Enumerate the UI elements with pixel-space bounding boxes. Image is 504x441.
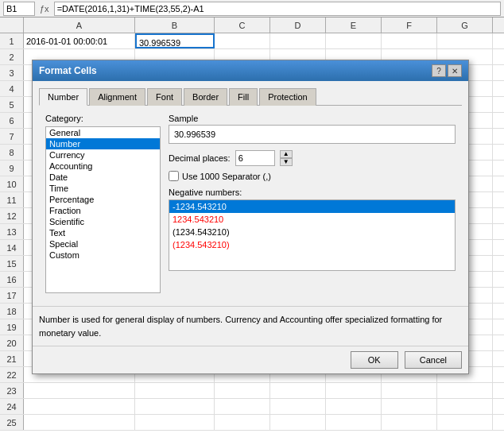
- cell-e1[interactable]: [326, 33, 382, 48]
- category-item-date[interactable]: Date: [46, 172, 160, 183]
- tab-alignment[interactable]: Alignment: [89, 88, 145, 106]
- category-item-number[interactable]: Number: [46, 138, 160, 149]
- col-header-g[interactable]: G: [437, 17, 493, 33]
- cell-a23[interactable]: [24, 383, 135, 398]
- dialog-close-button[interactable]: ✕: [448, 64, 462, 77]
- tab-bar: NumberAlignmentFontBorderFillProtection: [39, 87, 462, 106]
- cell-c1[interactable]: [215, 33, 270, 48]
- row-number: 13: [0, 224, 24, 239]
- tab-number[interactable]: Number: [39, 88, 87, 106]
- cell-e24[interactable]: [326, 399, 382, 414]
- sample-label: Sample: [169, 114, 456, 123]
- negative-option-2[interactable]: (1234.543210): [169, 226, 455, 238]
- category-item-percentage[interactable]: Percentage: [46, 194, 160, 205]
- table-row: 24: [0, 399, 504, 415]
- cell-f1[interactable]: [382, 33, 437, 48]
- negative-option-0[interactable]: -1234.543210: [169, 200, 455, 213]
- row-number: 5: [0, 97, 24, 112]
- tab-fill[interactable]: Fill: [229, 88, 258, 106]
- col-header-e[interactable]: E: [326, 17, 382, 33]
- category-item-custom[interactable]: Custom: [46, 250, 160, 261]
- cell-g25[interactable]: [437, 415, 493, 430]
- cell-c25[interactable]: [215, 415, 270, 430]
- category-item-general[interactable]: General: [46, 127, 160, 138]
- dialog-titlebar: Format Cells ? ✕: [33, 60, 468, 81]
- cell-a25[interactable]: [24, 415, 135, 430]
- col-header-b[interactable]: B: [135, 17, 215, 33]
- negative-option-3[interactable]: (1234.543210): [169, 238, 455, 251]
- cell-d24[interactable]: [270, 399, 326, 414]
- cancel-button[interactable]: Cancel: [405, 351, 462, 369]
- category-section: Category: GeneralNumberCurrencyAccountin…: [45, 114, 161, 293]
- cell-a1[interactable]: 2016-01-01 00:00:01: [24, 33, 135, 48]
- decimal-row: Decimal places: ▲ ▼: [169, 150, 456, 166]
- cell-g23[interactable]: [437, 383, 493, 398]
- formula-bar: ƒx: [0, 0, 504, 17]
- cell-b24[interactable]: [135, 399, 215, 414]
- category-item-time[interactable]: Time: [46, 183, 160, 194]
- decimal-input[interactable]: [235, 150, 275, 166]
- cell-b25[interactable]: [135, 415, 215, 430]
- col-header-f[interactable]: F: [382, 17, 437, 33]
- separator-label: Use 1000 Separator (,): [182, 172, 271, 181]
- negative-list[interactable]: -1234.5432101234.543210(1234.543210)(123…: [169, 199, 456, 271]
- sample-value: 30.996539: [174, 130, 215, 139]
- cell-g24[interactable]: [437, 399, 493, 414]
- cell-a24[interactable]: [24, 399, 135, 414]
- ok-button[interactable]: OK: [351, 351, 398, 369]
- separator-checkbox[interactable]: [169, 171, 179, 181]
- row-number: 21: [0, 351, 24, 366]
- row-number: 19: [0, 319, 24, 335]
- cell-c23[interactable]: [215, 383, 270, 398]
- category-item-text[interactable]: Text: [46, 227, 160, 238]
- category-item-currency[interactable]: Currency: [46, 149, 160, 161]
- cell-g1[interactable]: [437, 33, 493, 48]
- cell-e25[interactable]: [326, 415, 382, 430]
- cell-b23[interactable]: [135, 383, 215, 398]
- category-list[interactable]: GeneralNumberCurrencyAccountingDateTimeP…: [45, 126, 161, 293]
- cell-e23[interactable]: [326, 383, 382, 398]
- row-number: 20: [0, 335, 24, 350]
- row-number: 15: [0, 256, 24, 271]
- cell-c24[interactable]: [215, 399, 270, 414]
- cell-f24[interactable]: [382, 399, 437, 414]
- col-header-c[interactable]: C: [215, 17, 270, 33]
- col-header-a[interactable]: A: [24, 17, 135, 33]
- row-number: 7: [0, 129, 24, 144]
- category-item-accounting[interactable]: Accounting: [46, 161, 160, 172]
- row-num-header: [0, 17, 24, 33]
- column-headers: A B C D E F G: [0, 17, 504, 33]
- formula-input[interactable]: [54, 2, 501, 16]
- dialog-footer: OK Cancel: [33, 346, 468, 373]
- cell-b1[interactable]: 30.996539: [135, 33, 215, 48]
- category-item-special[interactable]: Special: [46, 238, 160, 250]
- tab-font[interactable]: Font: [147, 88, 182, 106]
- cell-d1[interactable]: [270, 33, 326, 48]
- cell-d23[interactable]: [270, 383, 326, 398]
- table-row: 23: [0, 383, 504, 399]
- row-number: 8: [0, 145, 24, 160]
- row-number: 24: [0, 399, 24, 414]
- category-item-fraction[interactable]: Fraction: [46, 205, 160, 216]
- dialog-help-button[interactable]: ?: [432, 64, 446, 77]
- cell-reference[interactable]: [3, 2, 35, 16]
- row-number: 17: [0, 288, 24, 303]
- cell-d25[interactable]: [270, 415, 326, 430]
- col-header-d[interactable]: D: [270, 17, 326, 33]
- row-number: 14: [0, 240, 24, 255]
- decimal-up-arrow[interactable]: ▲: [280, 150, 293, 158]
- row-number: 10: [0, 176, 24, 191]
- sample-box: 30.996539: [169, 125, 456, 144]
- tab-protection[interactable]: Protection: [259, 88, 316, 106]
- category-item-scientific[interactable]: Scientific: [46, 216, 160, 227]
- row-number: 25: [0, 415, 24, 430]
- negative-option-1[interactable]: 1234.543210: [169, 213, 455, 226]
- decimal-down-arrow[interactable]: ▼: [280, 158, 293, 166]
- category-label: Category:: [45, 114, 161, 123]
- cell-f23[interactable]: [382, 383, 437, 398]
- decimal-label: Decimal places:: [169, 153, 231, 163]
- tab-border[interactable]: Border: [184, 88, 227, 106]
- cell-f25[interactable]: [382, 415, 437, 430]
- table-row: 25: [0, 415, 504, 431]
- negative-label: Negative numbers:: [169, 188, 456, 197]
